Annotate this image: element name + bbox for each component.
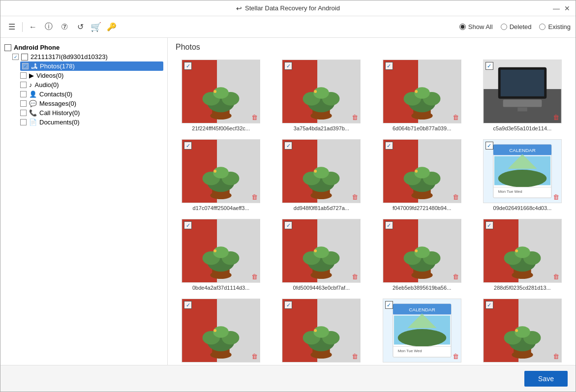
photo-checkbox[interactable]: ✓ — [284, 142, 292, 150]
photos-checkbox[interactable]: ✓ — [22, 63, 29, 69]
photo-checkbox[interactable]: ✓ — [184, 221, 192, 229]
photo-checkbox[interactable]: ✓ — [385, 62, 393, 70]
photo-thumbnail[interactable]: ✓✓ 🗑 — [282, 299, 361, 362]
photo-thumbnail[interactable]: ✓✓ 🗑 — [383, 219, 461, 283]
sidebar-item-photos[interactable]: ✓ 🏞 Photos(178) — [20, 61, 163, 71]
filter-show-all[interactable]: Show All — [459, 23, 493, 30]
list-item: ✓✓ 🗑3304edde4727d78185... — [175, 299, 267, 365]
photo-thumbnail[interactable]: ✓✓ 🗑 — [483, 299, 562, 362]
title-bar-title: ↩ Stellar Data Recovery for Android — [236, 4, 340, 12]
photo-thumbnail[interactable]: ✓✓ 🗑 — [182, 60, 260, 123]
videos-checkbox[interactable] — [20, 72, 27, 79]
delete-icon[interactable]: 🗑 — [453, 114, 459, 121]
back-icon[interactable]: ← — [27, 21, 39, 33]
callhistory-checkbox[interactable] — [20, 110, 27, 116]
svg-rect-34 — [503, 100, 542, 107]
photo-checkbox[interactable]: ✓ — [184, 301, 192, 309]
photo-thumbnail[interactable]: ✓✓ 🗑 — [483, 219, 562, 283]
delete-icon[interactable]: 🗑 — [553, 273, 559, 280]
photo-thumbnail[interactable]: ✓✓ CALENDAR Mon Tue Wed 🗑 — [483, 139, 562, 203]
delete-icon[interactable]: 🗑 — [352, 273, 358, 280]
photo-checkbox[interactable]: ✓ — [485, 62, 493, 70]
svg-point-113 — [515, 246, 530, 258]
photo-thumbnail[interactable]: ✓✓ 🗑 — [483, 60, 562, 123]
delete-icon[interactable]: 🗑 — [251, 114, 258, 121]
delete-icon[interactable]: 🗑 — [251, 273, 258, 280]
audio-label: Audio(0) — [35, 81, 59, 89]
close-button[interactable]: ✕ — [564, 5, 571, 12]
phone-icon — [4, 44, 11, 51]
messages-checkbox[interactable] — [20, 100, 27, 107]
photo-checkbox[interactable]: ✓ — [485, 221, 493, 229]
svg-point-28 — [414, 87, 430, 99]
delete-icon[interactable]: 🗑 — [553, 114, 559, 121]
delete-icon[interactable]: 🗑 — [352, 114, 358, 121]
filter-deleted[interactable]: Deleted — [501, 23, 532, 30]
delete-icon[interactable]: 🗑 — [251, 353, 258, 360]
cart-icon[interactable]: 🛒 — [90, 21, 102, 33]
list-item: ✓✓ 🗑d17c074fff25004aeff3... — [175, 139, 267, 211]
contacts-checkbox[interactable] — [20, 91, 27, 97]
list-item: ✓✓ 🗑6d064b71e0b877a039... — [376, 60, 468, 131]
contacts-label: Contacts(0) — [39, 90, 72, 98]
refresh-icon[interactable]: ↺ — [74, 21, 87, 33]
photo-checkbox[interactable]: ✓ — [184, 62, 192, 70]
sidebar-item-contacts[interactable]: 👤 Contacts(0) — [20, 90, 163, 99]
photo-name: 09de026491668c4d03... — [493, 205, 552, 211]
sidebar-item-messages[interactable]: 💬 Messages(0) — [20, 99, 163, 108]
photo-thumbnail[interactable]: ✓✓ CALENDAR Mon Tue Wed 🗑 — [383, 299, 461, 362]
photo-checkbox[interactable]: ✓ — [485, 301, 493, 309]
svg-point-55 — [314, 170, 317, 173]
sidebar-item-videos[interactable]: ▶ Videos(0) — [20, 71, 163, 80]
photo-thumbnail[interactable]: ✓✓ 🗑 — [383, 139, 461, 203]
sidebar-item-documents[interactable]: 📄 Documents(0) — [20, 118, 163, 127]
delete-icon[interactable]: 🗑 — [352, 353, 358, 360]
photo-thumbnail[interactable]: ✓✓ 🗑 — [282, 219, 361, 283]
info-icon[interactable]: ⓘ — [42, 21, 55, 33]
delete-icon[interactable]: 🗑 — [553, 353, 559, 360]
list-item: ✓✓ 🗑21f224fff45f006ecf32c... — [175, 60, 267, 131]
photo-checkbox[interactable]: ✓ — [385, 301, 393, 309]
device-checkbox[interactable]: ✓ — [12, 54, 19, 60]
delete-icon[interactable]: 🗑 — [352, 193, 358, 201]
callhistory-icon: 📞 — [29, 109, 37, 117]
photo-checkbox[interactable]: ✓ — [385, 142, 393, 150]
photo-checkbox[interactable]: ✓ — [184, 142, 192, 150]
photo-thumbnail[interactable]: ✓✓ 🗑 — [182, 139, 260, 203]
sidebar-device[interactable]: ✓ 22111317I(8d9301d10323) — [12, 52, 163, 61]
photo-checkbox[interactable]: ✓ — [385, 221, 393, 229]
delete-icon[interactable]: 🗑 — [251, 193, 258, 201]
photo-thumbnail[interactable]: ✓✓ 🗑 — [282, 60, 361, 123]
save-button[interactable]: Save — [524, 371, 568, 387]
photo-thumbnail[interactable]: ✓✓ 🗑 — [282, 139, 361, 203]
svg-point-8 — [213, 87, 229, 99]
filter-existing[interactable]: Existing — [539, 23, 571, 30]
photo-thumbnail[interactable]: ✓✓ 🗑 — [383, 60, 461, 123]
photo-checkbox[interactable]: ✓ — [284, 62, 292, 70]
delete-icon[interactable]: 🗑 — [453, 193, 459, 201]
key-icon[interactable]: 🔑 — [105, 21, 118, 33]
sidebar-root-android-phone[interactable]: Android Phone — [4, 43, 163, 52]
messages-icon: 💬 — [29, 100, 37, 107]
photo-checkbox[interactable]: ✓ — [284, 221, 292, 229]
documents-checkbox[interactable] — [20, 119, 27, 125]
contacts-icon: 👤 — [29, 90, 37, 98]
photo-name: 6d064b71e0b877a039... — [393, 125, 451, 131]
list-item: ✓✓ CALENDAR Mon Tue Wed 🗑3101eaf065f9d56… — [376, 299, 468, 365]
delete-icon[interactable]: 🗑 — [453, 273, 459, 280]
sidebar-item-audio[interactable]: ♪ Audio(0) — [20, 80, 163, 90]
filter-bar: Show All Deleted Existing — [459, 23, 571, 30]
photo-thumbnail[interactable]: ✓✓ 🗑 — [182, 299, 260, 362]
delete-icon[interactable]: 🗑 — [453, 353, 459, 360]
sidebar-item-callhistory[interactable]: 📞 Call History(0) — [20, 108, 163, 118]
existing-label: Existing — [548, 23, 571, 30]
photo-checkbox[interactable]: ✓ — [284, 301, 292, 309]
photo-checkbox[interactable]: ✓ — [485, 142, 493, 150]
help-icon[interactable]: ⑦ — [58, 21, 71, 33]
menu-icon[interactable]: ☰ — [5, 21, 18, 33]
audio-checkbox[interactable] — [20, 82, 27, 88]
minimize-button[interactable]: — — [553, 5, 560, 12]
photo-thumbnail[interactable]: ✓✓ 🗑 — [182, 219, 260, 283]
delete-icon[interactable]: 🗑 — [553, 193, 559, 201]
photos-grid-container[interactable]: ✓✓ 🗑21f224fff45f006ecf32c...✓✓ — [168, 55, 576, 365]
